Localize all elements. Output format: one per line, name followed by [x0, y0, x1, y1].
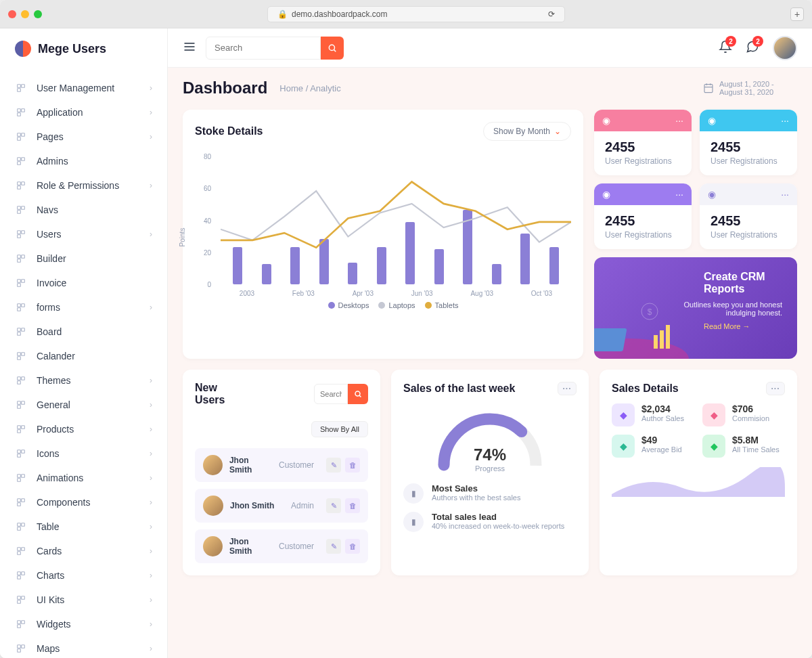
stat-menu[interactable]: ···: [781, 189, 789, 200]
show-by-dropdown[interactable]: Show By Month ⌄: [483, 122, 571, 141]
sales-details-menu[interactable]: ···: [766, 382, 785, 395]
sidebar-item-application[interactable]: Application›: [0, 100, 167, 125]
user-row[interactable]: Jhon SmithAdmin✎🗑: [195, 489, 368, 523]
svg-rect-69: [18, 645, 21, 649]
sales-item: ◆$2,034Author Sales: [612, 403, 694, 426]
new-users-showby[interactable]: Show By All: [311, 421, 368, 437]
svg-rect-44: [18, 430, 21, 433]
chevron-right-icon: ›: [150, 571, 152, 580]
edit-icon[interactable]: ✎: [326, 458, 341, 473]
sidebar: Mege Users User Management›Application›P…: [0, 28, 168, 658]
notifications-button[interactable]: 2: [719, 40, 732, 56]
sales-item-value: $49: [641, 435, 682, 445]
svg-rect-82: [594, 328, 627, 351]
sidebar-item-users[interactable]: Users›: [0, 222, 167, 246]
sales-item: ◆$5.8MAll Time Sales: [702, 435, 785, 458]
sidebar-item-pages[interactable]: Pages›: [0, 125, 167, 149]
stat-menu[interactable]: ···: [781, 115, 789, 126]
user-row[interactable]: Jhon SmithCustomer✎🗑: [195, 448, 368, 482]
stat-card[interactable]: ◉···2455User Registrations: [700, 110, 797, 175]
new-tab-button[interactable]: +: [790, 7, 804, 21]
svg-rect-32: [18, 332, 21, 336]
sales-item-icon: ◆: [612, 435, 635, 458]
logo[interactable]: Mege Users: [0, 28, 167, 69]
sidebar-item-icons[interactable]: Icons›: [0, 441, 167, 466]
svg-rect-24: [18, 280, 21, 283]
svg-rect-55: [22, 523, 25, 527]
menu-toggle-button[interactable]: [183, 40, 196, 56]
messages-button[interactable]: 2: [746, 40, 759, 56]
sidebar-item-navs[interactable]: Navs: [0, 198, 167, 222]
stat-card[interactable]: ◉···2455User Registrations: [700, 183, 797, 249]
minimize-dot-icon[interactable]: [21, 10, 29, 18]
stat-label: User Registrations: [710, 230, 786, 240]
user-avatar[interactable]: [773, 36, 797, 60]
address-bar[interactable]: 🔒demo.dashboardpack.com ⟳: [267, 6, 565, 22]
chevron-right-icon: ›: [150, 181, 152, 190]
delete-icon[interactable]: 🗑: [345, 539, 360, 554]
app-name: Mege Users: [38, 42, 106, 56]
search-input[interactable]: [206, 37, 321, 60]
sidebar-item-components[interactable]: Components›: [0, 490, 167, 514]
svg-rect-22: [22, 255, 25, 259]
close-dot-icon[interactable]: [8, 10, 16, 18]
menu-label: Application: [37, 107, 83, 118]
stat-card[interactable]: ◉···2455User Registrations: [594, 183, 692, 249]
edit-icon[interactable]: ✎: [326, 539, 341, 554]
sidebar-item-board[interactable]: Board: [0, 320, 167, 344]
sales-week-menu[interactable]: ···: [558, 382, 577, 395]
delete-icon[interactable]: 🗑: [345, 458, 360, 473]
menu-icon: [15, 594, 27, 606]
date-range-picker[interactable]: August 1, 2020 - August 31, 2020: [703, 80, 797, 96]
progress-gauge: 74% Progress: [432, 408, 547, 475]
menu-label: Users: [37, 229, 62, 240]
sidebar-item-themes[interactable]: Themes›: [0, 368, 167, 393]
menu-icon: [15, 447, 27, 460]
bell-badge: 2: [725, 36, 736, 47]
breadcrumb-home[interactable]: Home: [279, 83, 303, 93]
stat-value: 2455: [605, 139, 681, 155]
sidebar-item-cards[interactable]: Cards›: [0, 539, 167, 563]
sidebar-item-charts[interactable]: Charts›: [0, 563, 167, 588]
sidebar-item-role-permissions[interactable]: Role & Permissions›: [0, 173, 167, 198]
stat-menu[interactable]: ···: [675, 189, 683, 200]
sidebar-item-forms[interactable]: forms›: [0, 295, 167, 320]
search-button[interactable]: [321, 37, 344, 60]
sidebar-item-builder[interactable]: Builder: [0, 246, 167, 271]
svg-rect-0: [18, 85, 21, 88]
user-row[interactable]: Jhon SmithCustomer✎🗑: [195, 529, 368, 563]
edit-icon[interactable]: ✎: [326, 498, 341, 513]
stat-menu[interactable]: ···: [675, 115, 683, 126]
svg-rect-54: [18, 523, 21, 527]
sidebar-item-widgets[interactable]: Widgets›: [0, 612, 167, 636]
sidebar-item-general[interactable]: General›: [0, 393, 167, 417]
sidebar-item-invoice[interactable]: Invoice: [0, 271, 167, 295]
new-users-search-button[interactable]: [348, 384, 368, 404]
delete-icon[interactable]: 🗑: [345, 498, 360, 513]
menu-icon: [15, 569, 27, 582]
menu-icon: [15, 155, 27, 167]
date-range-text: August 1, 2020 - August 31, 2020: [719, 80, 797, 96]
new-users-search-input[interactable]: [314, 384, 348, 404]
menu-icon: [15, 228, 27, 240]
reload-icon[interactable]: ⟳: [548, 9, 555, 19]
menu-label: Maps: [37, 643, 60, 654]
sidebar-item-ui-kits[interactable]: UI Kits›: [0, 588, 167, 612]
svg-rect-53: [18, 503, 21, 506]
sidebar-item-table[interactable]: Table›: [0, 514, 167, 539]
sidebar-item-calander[interactable]: Calander: [0, 344, 167, 368]
sidebar-item-user-management[interactable]: User Management›: [0, 76, 167, 100]
menu-icon: [15, 277, 27, 289]
sidebar-item-animations[interactable]: Animations›: [0, 466, 167, 490]
sidebar-item-maps[interactable]: Maps›: [0, 636, 167, 658]
crm-read-more-link[interactable]: Read More →: [704, 322, 782, 330]
sidebar-item-products[interactable]: Products›: [0, 417, 167, 441]
maximize-dot-icon[interactable]: [34, 10, 42, 18]
svg-rect-30: [18, 328, 21, 332]
stat-icon: ◉: [602, 115, 610, 126]
stat-card[interactable]: ◉···2455User Registrations: [594, 110, 692, 175]
menu-label: Components: [37, 497, 90, 508]
sidebar-item-admins[interactable]: Admins: [0, 149, 167, 173]
svg-rect-31: [22, 328, 25, 332]
crm-reports-card[interactable]: $ Create CRM Reports Outlines keep you a…: [594, 257, 797, 359]
